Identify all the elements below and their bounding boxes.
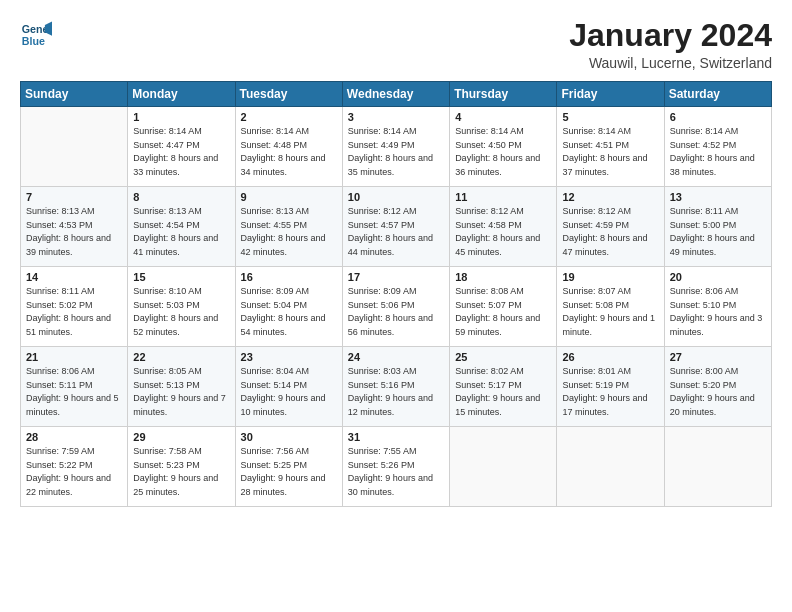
sun-info: Sunrise: 8:11 AMSunset: 5:00 PMDaylight:… bbox=[670, 205, 766, 259]
sun-info: Sunrise: 8:08 AMSunset: 5:07 PMDaylight:… bbox=[455, 285, 551, 339]
day-number: 15 bbox=[133, 271, 229, 283]
calendar-cell: 19Sunrise: 8:07 AMSunset: 5:08 PMDayligh… bbox=[557, 267, 664, 347]
calendar-cell: 27Sunrise: 8:00 AMSunset: 5:20 PMDayligh… bbox=[664, 347, 771, 427]
sun-info: Sunrise: 7:59 AMSunset: 5:22 PMDaylight:… bbox=[26, 445, 122, 499]
calendar-cell: 11Sunrise: 8:12 AMSunset: 4:58 PMDayligh… bbox=[450, 187, 557, 267]
sun-info: Sunrise: 8:14 AMSunset: 4:51 PMDaylight:… bbox=[562, 125, 658, 179]
calendar-cell: 8Sunrise: 8:13 AMSunset: 4:54 PMDaylight… bbox=[128, 187, 235, 267]
calendar-cell: 1Sunrise: 8:14 AMSunset: 4:47 PMDaylight… bbox=[128, 107, 235, 187]
sun-info: Sunrise: 7:56 AMSunset: 5:25 PMDaylight:… bbox=[241, 445, 337, 499]
sun-info: Sunrise: 7:58 AMSunset: 5:23 PMDaylight:… bbox=[133, 445, 229, 499]
day-number: 29 bbox=[133, 431, 229, 443]
day-number: 1 bbox=[133, 111, 229, 123]
day-number: 6 bbox=[670, 111, 766, 123]
day-number: 20 bbox=[670, 271, 766, 283]
calendar-cell bbox=[450, 427, 557, 507]
calendar-cell: 30Sunrise: 7:56 AMSunset: 5:25 PMDayligh… bbox=[235, 427, 342, 507]
sun-info: Sunrise: 8:11 AMSunset: 5:02 PMDaylight:… bbox=[26, 285, 122, 339]
calendar-table: SundayMondayTuesdayWednesdayThursdayFrid… bbox=[20, 81, 772, 507]
calendar-cell: 2Sunrise: 8:14 AMSunset: 4:48 PMDaylight… bbox=[235, 107, 342, 187]
sun-info: Sunrise: 8:04 AMSunset: 5:14 PMDaylight:… bbox=[241, 365, 337, 419]
sun-info: Sunrise: 8:00 AMSunset: 5:20 PMDaylight:… bbox=[670, 365, 766, 419]
calendar-cell: 5Sunrise: 8:14 AMSunset: 4:51 PMDaylight… bbox=[557, 107, 664, 187]
day-number: 19 bbox=[562, 271, 658, 283]
sun-info: Sunrise: 8:12 AMSunset: 4:58 PMDaylight:… bbox=[455, 205, 551, 259]
calendar-cell: 25Sunrise: 8:02 AMSunset: 5:17 PMDayligh… bbox=[450, 347, 557, 427]
sun-info: Sunrise: 8:05 AMSunset: 5:13 PMDaylight:… bbox=[133, 365, 229, 419]
weekday-header-wednesday: Wednesday bbox=[342, 82, 449, 107]
sun-info: Sunrise: 8:14 AMSunset: 4:48 PMDaylight:… bbox=[241, 125, 337, 179]
sun-info: Sunrise: 8:01 AMSunset: 5:19 PMDaylight:… bbox=[562, 365, 658, 419]
day-number: 28 bbox=[26, 431, 122, 443]
calendar-cell: 3Sunrise: 8:14 AMSunset: 4:49 PMDaylight… bbox=[342, 107, 449, 187]
calendar-cell: 21Sunrise: 8:06 AMSunset: 5:11 PMDayligh… bbox=[21, 347, 128, 427]
sun-info: Sunrise: 7:55 AMSunset: 5:26 PMDaylight:… bbox=[348, 445, 444, 499]
day-number: 24 bbox=[348, 351, 444, 363]
calendar-cell: 23Sunrise: 8:04 AMSunset: 5:14 PMDayligh… bbox=[235, 347, 342, 427]
weekday-header-thursday: Thursday bbox=[450, 82, 557, 107]
sun-info: Sunrise: 8:02 AMSunset: 5:17 PMDaylight:… bbox=[455, 365, 551, 419]
day-number: 12 bbox=[562, 191, 658, 203]
calendar-cell: 31Sunrise: 7:55 AMSunset: 5:26 PMDayligh… bbox=[342, 427, 449, 507]
day-number: 17 bbox=[348, 271, 444, 283]
calendar-cell: 29Sunrise: 7:58 AMSunset: 5:23 PMDayligh… bbox=[128, 427, 235, 507]
calendar-cell: 7Sunrise: 8:13 AMSunset: 4:53 PMDaylight… bbox=[21, 187, 128, 267]
weekday-header-friday: Friday bbox=[557, 82, 664, 107]
logo: General Blue bbox=[20, 18, 56, 50]
calendar-cell: 12Sunrise: 8:12 AMSunset: 4:59 PMDayligh… bbox=[557, 187, 664, 267]
calendar-cell: 20Sunrise: 8:06 AMSunset: 5:10 PMDayligh… bbox=[664, 267, 771, 347]
sun-info: Sunrise: 8:14 AMSunset: 4:50 PMDaylight:… bbox=[455, 125, 551, 179]
sun-info: Sunrise: 8:12 AMSunset: 4:57 PMDaylight:… bbox=[348, 205, 444, 259]
sun-info: Sunrise: 8:14 AMSunset: 4:47 PMDaylight:… bbox=[133, 125, 229, 179]
calendar-cell: 18Sunrise: 8:08 AMSunset: 5:07 PMDayligh… bbox=[450, 267, 557, 347]
day-number: 14 bbox=[26, 271, 122, 283]
day-number: 4 bbox=[455, 111, 551, 123]
calendar-cell: 16Sunrise: 8:09 AMSunset: 5:04 PMDayligh… bbox=[235, 267, 342, 347]
day-number: 2 bbox=[241, 111, 337, 123]
sun-info: Sunrise: 8:14 AMSunset: 4:49 PMDaylight:… bbox=[348, 125, 444, 179]
day-number: 8 bbox=[133, 191, 229, 203]
day-number: 13 bbox=[670, 191, 766, 203]
calendar-cell: 14Sunrise: 8:11 AMSunset: 5:02 PMDayligh… bbox=[21, 267, 128, 347]
day-number: 11 bbox=[455, 191, 551, 203]
calendar-cell: 15Sunrise: 8:10 AMSunset: 5:03 PMDayligh… bbox=[128, 267, 235, 347]
day-number: 9 bbox=[241, 191, 337, 203]
day-number: 10 bbox=[348, 191, 444, 203]
sun-info: Sunrise: 8:09 AMSunset: 5:06 PMDaylight:… bbox=[348, 285, 444, 339]
calendar-cell: 9Sunrise: 8:13 AMSunset: 4:55 PMDaylight… bbox=[235, 187, 342, 267]
calendar-cell: 4Sunrise: 8:14 AMSunset: 4:50 PMDaylight… bbox=[450, 107, 557, 187]
day-number: 21 bbox=[26, 351, 122, 363]
sun-info: Sunrise: 8:10 AMSunset: 5:03 PMDaylight:… bbox=[133, 285, 229, 339]
day-number: 7 bbox=[26, 191, 122, 203]
svg-text:Blue: Blue bbox=[22, 35, 45, 47]
day-number: 25 bbox=[455, 351, 551, 363]
sun-info: Sunrise: 8:12 AMSunset: 4:59 PMDaylight:… bbox=[562, 205, 658, 259]
calendar-cell: 24Sunrise: 8:03 AMSunset: 5:16 PMDayligh… bbox=[342, 347, 449, 427]
weekday-header-tuesday: Tuesday bbox=[235, 82, 342, 107]
day-number: 3 bbox=[348, 111, 444, 123]
day-number: 26 bbox=[562, 351, 658, 363]
calendar-cell bbox=[21, 107, 128, 187]
calendar-cell: 13Sunrise: 8:11 AMSunset: 5:00 PMDayligh… bbox=[664, 187, 771, 267]
weekday-header-saturday: Saturday bbox=[664, 82, 771, 107]
sun-info: Sunrise: 8:13 AMSunset: 4:54 PMDaylight:… bbox=[133, 205, 229, 259]
day-number: 30 bbox=[241, 431, 337, 443]
sun-info: Sunrise: 8:09 AMSunset: 5:04 PMDaylight:… bbox=[241, 285, 337, 339]
calendar-cell: 26Sunrise: 8:01 AMSunset: 5:19 PMDayligh… bbox=[557, 347, 664, 427]
day-number: 31 bbox=[348, 431, 444, 443]
calendar-cell: 17Sunrise: 8:09 AMSunset: 5:06 PMDayligh… bbox=[342, 267, 449, 347]
sun-info: Sunrise: 8:14 AMSunset: 4:52 PMDaylight:… bbox=[670, 125, 766, 179]
location: Wauwil, Lucerne, Switzerland bbox=[569, 55, 772, 71]
sun-info: Sunrise: 8:03 AMSunset: 5:16 PMDaylight:… bbox=[348, 365, 444, 419]
day-number: 27 bbox=[670, 351, 766, 363]
calendar-cell bbox=[557, 427, 664, 507]
calendar-cell: 6Sunrise: 8:14 AMSunset: 4:52 PMDaylight… bbox=[664, 107, 771, 187]
day-number: 22 bbox=[133, 351, 229, 363]
sun-info: Sunrise: 8:07 AMSunset: 5:08 PMDaylight:… bbox=[562, 285, 658, 339]
sun-info: Sunrise: 8:13 AMSunset: 4:55 PMDaylight:… bbox=[241, 205, 337, 259]
calendar-cell: 28Sunrise: 7:59 AMSunset: 5:22 PMDayligh… bbox=[21, 427, 128, 507]
day-number: 5 bbox=[562, 111, 658, 123]
sun-info: Sunrise: 8:06 AMSunset: 5:11 PMDaylight:… bbox=[26, 365, 122, 419]
day-number: 23 bbox=[241, 351, 337, 363]
calendar-cell bbox=[664, 427, 771, 507]
